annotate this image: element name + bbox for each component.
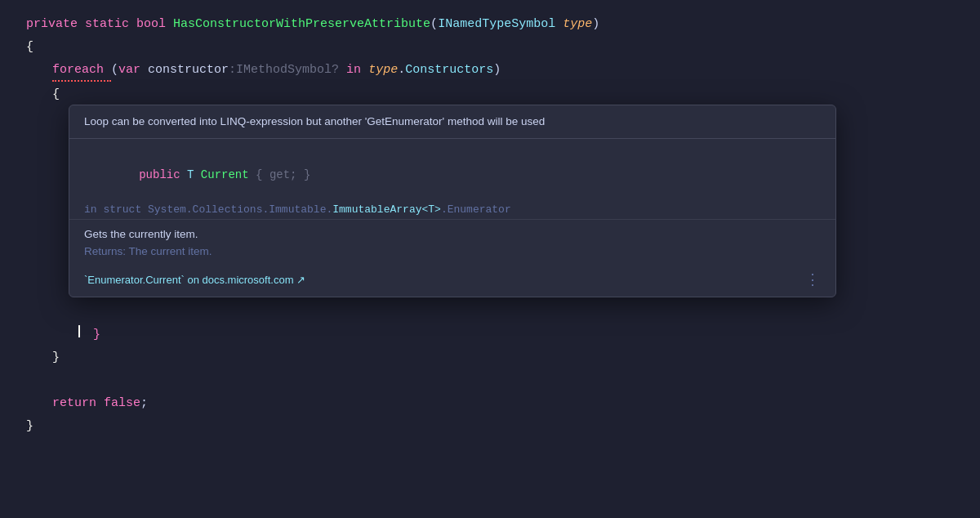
token-in: in [346,60,368,80]
token-constructor: constructor [148,60,229,80]
token-type-ref: type [368,60,398,80]
location-generic: <T> [421,203,440,216]
code-line-5: } [0,346,980,369]
tooltip-body: Gets the currently item. Returns: The cu… [69,220,835,264]
token-close-inner: } [93,325,100,345]
text-cursor [78,325,80,337]
code-editor: private static bool HasConstructorWithPr… [0,0,980,451]
tooltip-location: in struct System.Collections.Immutable.I… [84,203,821,216]
token-open-brace2: { [52,85,60,105]
tooltip-menu-button[interactable]: ⋮ [805,270,821,288]
token-false: false [104,394,140,413]
token-paren-open2: ( [111,60,118,80]
code-line-2: { [0,36,980,59]
tooltip-sig-line: public T Current { get; } [84,147,821,202]
sig-kw-public: public [139,168,180,181]
token-space [555,15,563,34]
sig-space2 [194,168,200,181]
code-line-return: return false; [0,392,980,415]
token-type-hint: :IMethodSymbol? [229,60,346,80]
location-namespace: System.Collections.Immutable. [148,203,332,216]
tooltip-warning: Loop can be converted into LINQ-expressi… [69,105,835,139]
code-line-empty [0,369,980,392]
tooltip-returns: Returns: The current item. [84,245,821,257]
token-close-brace2: } [52,348,60,368]
token-method: HasConstructorWithPreserveAttribute [173,15,430,34]
tooltip-description: Gets the currently item. [84,228,821,240]
returns-label: Returns: [84,245,126,257]
token-static: static [85,15,136,34]
code-line-4: { [0,83,980,106]
token-paren-close2: ) [493,60,501,80]
code-line-inner-close: } [0,324,980,346]
code-line-final-close: } [0,415,980,438]
token-dot: . [398,60,405,80]
code-line-1: private static bool HasConstructorWithPr… [0,13,980,36]
sig-prop-current: Current [201,168,249,181]
tooltip-link-row: `Enumerator.Current` on docs.microsoft.c… [69,264,835,297]
location-suffix: .Enumerator [441,203,511,216]
sig-rest: { get; } [249,168,311,181]
token-param: type [563,15,592,34]
token-var: var [118,60,148,80]
returns-text: The current item. [126,245,212,257]
token-semicolon: ; [140,394,148,413]
token-type: INamedTypeSymbol [438,15,555,34]
location-prefix: in struct [84,203,148,216]
token-paren-open: ( [430,15,438,34]
token-final-close: } [26,417,33,436]
token-paren-close: ) [592,15,599,34]
docs-link[interactable]: `Enumerator.Current` on docs.microsoft.c… [84,274,305,286]
tooltip-warning-text: Loop can be converted into LINQ-expressi… [84,115,545,127]
code-line-foreach: foreach (var constructor:IMethodSymbol? … [0,59,980,83]
token-open-brace: { [26,38,33,57]
tooltip-signature-section: public T Current { get; } in struct Syst… [69,139,835,220]
token-private: private [26,15,85,34]
sig-space1 [180,168,187,181]
token-foreach: foreach [52,63,111,77]
token-bool: bool [136,15,173,34]
location-class: ImmutableArray [332,203,421,216]
token-return: return [52,394,104,413]
tooltip-popup: Loop can be converted into LINQ-expressi… [69,105,836,297]
token-constructors: Constructors [405,60,493,80]
